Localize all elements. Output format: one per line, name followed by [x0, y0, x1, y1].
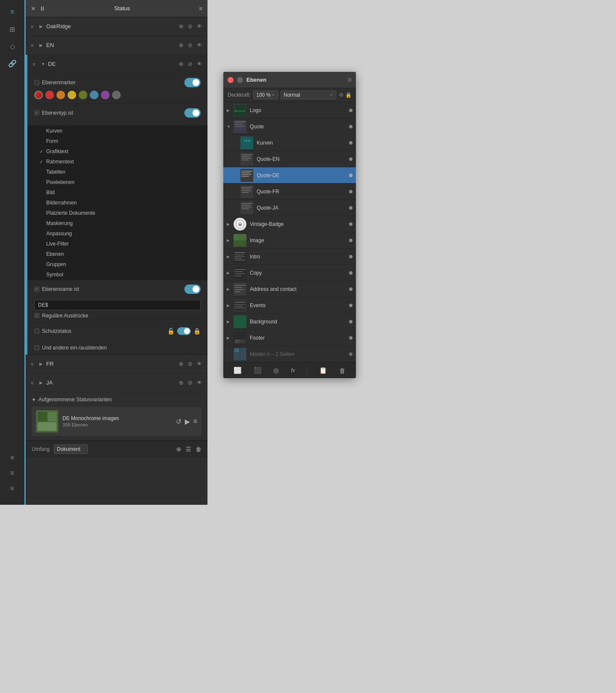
ebenen-menu-icon[interactable]: ≡: [348, 76, 352, 84]
expand-logo[interactable]: ▶: [227, 108, 234, 113]
layer-item-quote-de[interactable]: Quote-DE: [223, 167, 356, 184]
variant-reset-icon[interactable]: ↺: [176, 418, 181, 426]
ebenentyp-checkbox[interactable]: ✓: [34, 110, 39, 116]
expand-de[interactable]: ▼: [41, 62, 48, 66]
color-dot-olive[interactable]: [79, 91, 87, 99]
layer-type-pixelebenen[interactable]: Pixelebenen: [27, 177, 207, 187]
regulaere-checkbox[interactable]: ✓: [34, 313, 39, 318]
layer-type-symbol[interactable]: Symbol: [27, 270, 207, 280]
expand-ja[interactable]: ▶: [39, 380, 46, 385]
layer-item-quote-fr[interactable]: Quote-FR: [223, 184, 356, 200]
rpf-delete-icon[interactable]: 🗑: [339, 367, 346, 374]
layer-item-quote-ja[interactable]: Quote-JA: [223, 200, 356, 216]
expand-intro[interactable]: ▶: [227, 255, 234, 259]
expand-address[interactable]: ▶: [227, 287, 234, 291]
expand-quote[interactable]: ▼: [227, 124, 234, 129]
variant-menu-icon[interactable]: ≡: [193, 418, 197, 425]
rpf-new-layer-icon[interactable]: ⬜: [234, 367, 242, 374]
eye-icon-oakridge[interactable]: 👁: [197, 23, 202, 30]
schutz-toggle[interactable]: [177, 327, 191, 335]
layer-type-anpassung[interactable]: Anpassung: [27, 228, 207, 239]
layer-type-livefilter[interactable]: Live-Filter: [27, 239, 207, 249]
ebenen-close-btn[interactable]: [228, 77, 234, 83]
sidebar-icon-bottom2[interactable]: ≡: [5, 465, 20, 481]
layer-item-kurven[interactable]: " " Kurven: [223, 135, 356, 151]
sidebar-icon-bottom3[interactable]: ≡: [5, 481, 20, 496]
layer-item-address[interactable]: ▶ Address and contact: [223, 281, 356, 297]
ebenenmarker-checkbox[interactable]: [34, 80, 39, 85]
layer-type-bilderrahmen[interactable]: Bilderrahmen: [27, 198, 207, 208]
eye-icon-de[interactable]: 👁: [197, 61, 202, 67]
ebenenname-checkbox[interactable]: ✓: [34, 287, 39, 292]
rpf-mask-icon[interactable]: ⬛: [254, 367, 262, 374]
rpf-adjust-icon[interactable]: ◎: [273, 367, 279, 374]
color-dot-blue[interactable]: [90, 91, 98, 99]
sidebar-icon-assets[interactable]: ◇: [5, 38, 20, 54]
pause-icon[interactable]: ⏸: [39, 5, 45, 12]
target-icon-oakridge[interactable]: ⊕: [179, 23, 184, 30]
color-dot-red[interactable]: [45, 91, 54, 99]
target-icon-en[interactable]: ⊕: [179, 42, 184, 48]
opacity-input[interactable]: 100 % ▼: [253, 91, 278, 99]
target-icon-fr[interactable]: ⊕: [179, 361, 184, 367]
variant-play-icon[interactable]: ▶: [185, 418, 190, 426]
color-dot-purple[interactable]: [101, 91, 110, 99]
footer-trash-icon[interactable]: 🗑: [195, 446, 201, 453]
layer-row-en[interactable]: ≡ ▶ EN ⊕ ⊘ 👁: [26, 36, 207, 55]
color-dot-gray[interactable]: [112, 91, 121, 99]
color-dot-yellow[interactable]: [68, 91, 76, 99]
layer-type-kurven[interactable]: Kurven: [27, 126, 207, 136]
layer-row-de[interactable]: ≡ ▼ DE ⊕ ⊘ 👁: [27, 55, 207, 74]
variants-expand[interactable]: ▼: [32, 397, 36, 402]
expand-vintage-badge[interactable]: ▶: [227, 222, 234, 226]
color-dot-orange[interactable]: [56, 91, 65, 99]
layer-type-grafiktext[interactable]: ✓ Grafiktext: [27, 146, 207, 157]
layer-type-maskierung[interactable]: Maskierung: [27, 218, 207, 228]
layer-item-image[interactable]: ▶ Image: [223, 232, 356, 249]
rpf-fx-icon[interactable]: fx: [291, 367, 295, 373]
footer-icon1[interactable]: ⊕: [176, 446, 181, 453]
expand-en[interactable]: ▶: [39, 43, 46, 47]
layer-item-intro[interactable]: ▶ Intro: [223, 249, 356, 265]
name-filter-input[interactable]: [34, 300, 201, 310]
eye-icon-ja[interactable]: 👁: [197, 379, 202, 386]
expand-fr[interactable]: ▶: [39, 361, 46, 366]
expand-footer[interactable]: ▶: [227, 336, 234, 340]
layer-type-bild[interactable]: Bild: [27, 187, 207, 198]
expand-background[interactable]: ▶: [227, 320, 234, 324]
sidebar-icon-pages[interactable]: ⊞: [5, 21, 20, 37]
layer-type-gruppen[interactable]: Gruppen: [27, 259, 207, 270]
filter-icon-de[interactable]: ⊘: [188, 61, 192, 67]
sidebar-icon-bottom1[interactable]: ≡: [5, 450, 20, 465]
filter-icon-fr[interactable]: ⊘: [188, 361, 192, 367]
layer-type-form[interactable]: Form: [27, 136, 207, 146]
expand-oakridge[interactable]: ▶: [39, 24, 46, 29]
layer-row-fr[interactable]: ≡ ▶ FR ⊕ ⊘ 👁: [26, 355, 207, 373]
rpf-duplicate-icon[interactable]: 📋: [319, 367, 327, 374]
layer-row-ja[interactable]: ≡ ▶ JA ⊕ ⊘ 👁: [26, 373, 207, 392]
schutz-checkbox[interactable]: [34, 329, 39, 334]
expand-events[interactable]: ▶: [227, 303, 234, 308]
layer-type-ebenen[interactable]: Ebenen: [27, 249, 207, 259]
layer-type-tabellen[interactable]: Tabellen: [27, 167, 207, 177]
color-dot-multicolor[interactable]: [34, 91, 43, 99]
layer-item-logo[interactable]: ▶ MAPLEWOOD Logo: [223, 102, 356, 118]
filter-icon-oakridge[interactable]: ⊘: [188, 23, 192, 30]
lock-icon[interactable]: 🔒: [345, 92, 352, 98]
sidebar-icon-links[interactable]: 🔗: [5, 56, 20, 71]
layer-item-footer[interactable]: ▶ Footer: [223, 330, 356, 346]
layer-row-oakridge[interactable]: ≡ ▶ OakRidge ⊕ ⊘ 👁: [26, 17, 207, 36]
settings-icon[interactable]: ⚙: [339, 92, 344, 98]
layer-item-quote-en[interactable]: Quote-EN: [223, 151, 356, 167]
layer-item-master[interactable]: Master A – 2 Seiten: [223, 346, 356, 362]
filter-icon-ja[interactable]: ⊘: [188, 379, 192, 386]
ebenentyp-toggle[interactable]: [184, 108, 201, 118]
target-icon-ja[interactable]: ⊕: [179, 379, 184, 386]
expand-copy[interactable]: ▶: [227, 271, 234, 275]
ebenenmarker-toggle[interactable]: [184, 78, 201, 87]
blend-mode-select[interactable]: Normal ▼: [281, 91, 336, 99]
footer-icon2[interactable]: ☰: [186, 446, 191, 453]
layer-item-quote[interactable]: ▼ Quote: [223, 118, 356, 135]
eye-icon-fr[interactable]: 👁: [197, 361, 202, 367]
layer-type-rahmentext[interactable]: ✓ Rahmentext: [27, 157, 207, 167]
